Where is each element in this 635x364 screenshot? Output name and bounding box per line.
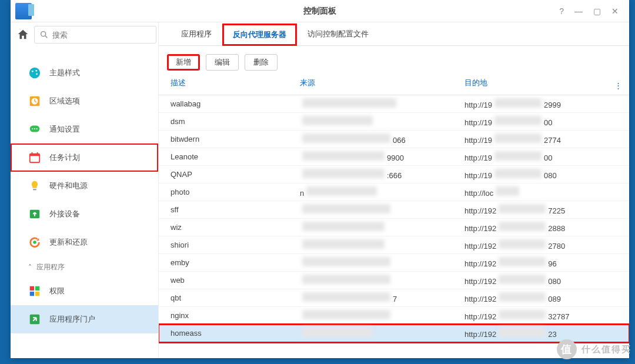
sidebar-item-label: 区域选项 (49, 96, 80, 106)
table-row[interactable]: nginxhttp://19232787 (159, 307, 629, 325)
cell-desc: dsm (171, 117, 300, 126)
table-row[interactable]: wallabaghttp://192999 (159, 95, 629, 113)
cell-dest: http://1922888 (464, 222, 629, 233)
cell-desc: Leanote (171, 152, 300, 161)
close-icon[interactable]: ✕ (611, 6, 619, 16)
tab-reverse-proxy[interactable]: 反向代理服务器 (222, 24, 297, 46)
svg-point-0 (41, 32, 46, 36)
toolbar: 新增 编辑 删除 (159, 46, 629, 78)
cell-src: 7 (300, 292, 464, 303)
table-row[interactable]: webhttp://192080 (159, 272, 629, 289)
cell-src: 9900 (300, 151, 464, 162)
sidebar-item-notify[interactable]: 通知设置 (11, 115, 158, 143)
cell-desc: bitwdern (171, 135, 300, 143)
sidebar-item-theme[interactable]: 主题样式 (11, 59, 158, 87)
cell-desc: wallabag (171, 99, 300, 108)
svg-point-5 (36, 73, 38, 75)
minimize-icon[interactable]: — (574, 6, 583, 16)
sidebar-item-label: 外接设备 (49, 209, 80, 219)
table-row[interactable]: photonhttp://loc (159, 183, 629, 201)
svg-point-4 (35, 70, 37, 72)
col-desc[interactable]: 描述 (171, 78, 300, 95)
table-row[interactable]: shiorihttp://1922780 (159, 236, 629, 254)
sidebar-section-apps[interactable]: ˄应用程序 (11, 256, 158, 277)
cell-dest: http://1900 (464, 116, 629, 127)
portal-icon (28, 313, 41, 326)
cell-src: :666 (300, 169, 464, 180)
sidebar-item-label: 硬件和电源 (49, 181, 88, 191)
upload-icon (28, 208, 41, 221)
maximize-icon[interactable]: ▢ (593, 6, 601, 16)
svg-rect-14 (32, 152, 33, 155)
grid-header: 描述 来源 目的地 ⋮ (159, 78, 629, 95)
search-icon (39, 30, 49, 39)
cell-src (300, 98, 464, 109)
svg-point-9 (32, 128, 33, 129)
cell-dest: http://19232787 (464, 310, 629, 321)
cell-dest: http://192080 (464, 275, 629, 286)
table-row[interactable]: homeasshttp://19223 (159, 325, 629, 342)
sidebar-item-portal[interactable]: 应用程序门户 (11, 305, 158, 333)
cell-desc: shiori (171, 241, 300, 249)
tabs: 应用程序反向代理服务器访问控制配置文件 (159, 22, 629, 46)
tab-apps[interactable]: 应用程序 (171, 23, 222, 45)
cell-desc: qbt (171, 293, 300, 302)
svg-point-3 (32, 71, 34, 72)
cell-src: 066 (300, 133, 464, 145)
sidebar-item-label: 更新和还原 (49, 237, 88, 248)
table-row[interactable]: embyhttp://19296 (159, 254, 629, 272)
table-row[interactable]: QNAP:666http://19080 (159, 166, 629, 183)
chat-icon (28, 123, 41, 136)
cell-desc: emby (171, 258, 300, 267)
sidebar-item-label: 主题样式 (49, 68, 80, 78)
main-panel: 应用程序反向代理服务器访问控制配置文件 新增 编辑 删除 描述 来源 目的地 ⋮… (159, 22, 629, 358)
cell-src (300, 257, 464, 268)
add-button[interactable]: 新增 (167, 54, 200, 71)
sidebar-item-label: 应用程序门户 (49, 314, 95, 325)
home-icon[interactable] (16, 26, 29, 44)
control-panel-window: 控制面板 ? — ▢ ✕ 主题样式区域选项通知设置任务计划硬件和电源外接设备更新… (11, 0, 629, 358)
help-icon[interactable]: ? (559, 6, 564, 16)
window-title: 控制面板 (303, 6, 336, 16)
cell-src (300, 310, 464, 321)
calendar-icon (28, 151, 41, 164)
cell-dest: http://192089 (464, 292, 629, 303)
svg-point-2 (29, 68, 40, 78)
cell-src: n (300, 186, 464, 198)
cell-desc: homeass (171, 329, 300, 338)
tab-acl[interactable]: 访问控制配置文件 (297, 23, 379, 45)
cell-src (300, 204, 464, 215)
table-row[interactable]: qbt7http://192089 (159, 289, 629, 307)
table-row[interactable]: dsmhttp://1900 (159, 113, 629, 131)
delete-button[interactable]: 删除 (245, 54, 278, 71)
sidebar-item-update[interactable]: 更新和还原 (11, 228, 158, 256)
titlebar: 控制面板 ? — ▢ ✕ (11, 0, 629, 22)
cell-src (300, 222, 464, 233)
cell-dest: http://1922780 (464, 239, 629, 251)
table-row[interactable]: sffhttp://1927225 (159, 201, 629, 219)
cell-src (300, 328, 464, 339)
search-input[interactable] (52, 31, 151, 39)
svg-rect-19 (30, 286, 34, 290)
cell-dest: http://1927225 (464, 204, 629, 215)
sidebar-item-locale[interactable]: 区域选项 (11, 87, 158, 115)
svg-line-1 (45, 36, 47, 38)
sidebar-item-perm[interactable]: 权限 (11, 277, 158, 305)
col-dest[interactable]: 目的地 (464, 78, 629, 95)
table-row[interactable]: Leanote9900http://1900 (159, 148, 629, 166)
search-box[interactable] (34, 26, 156, 44)
col-src[interactable]: 来源 (300, 78, 464, 95)
column-menu-icon[interactable]: ⋮ (614, 81, 622, 90)
sidebar-item-tasks[interactable]: 任务计划 (11, 143, 158, 172)
sidebar-item-power[interactable]: 硬件和电源 (11, 172, 158, 200)
sidebar-item-external[interactable]: 外接设备 (11, 200, 158, 228)
table-row[interactable]: wizhttp://1922888 (159, 219, 629, 236)
cell-desc: wiz (171, 223, 300, 232)
cell-dest: http://192999 (464, 98, 629, 109)
edit-button[interactable]: 编辑 (206, 54, 239, 71)
cell-dest: http://19223 (464, 328, 629, 339)
cell-dest: http://192774 (464, 133, 629, 145)
sidebar: 主题样式区域选项通知设置任务计划硬件和电源外接设备更新和还原˄应用程序权限应用程… (11, 22, 159, 358)
cell-dest: http://1900 (464, 151, 629, 162)
table-row[interactable]: bitwdern066http://192774 (159, 131, 629, 148)
